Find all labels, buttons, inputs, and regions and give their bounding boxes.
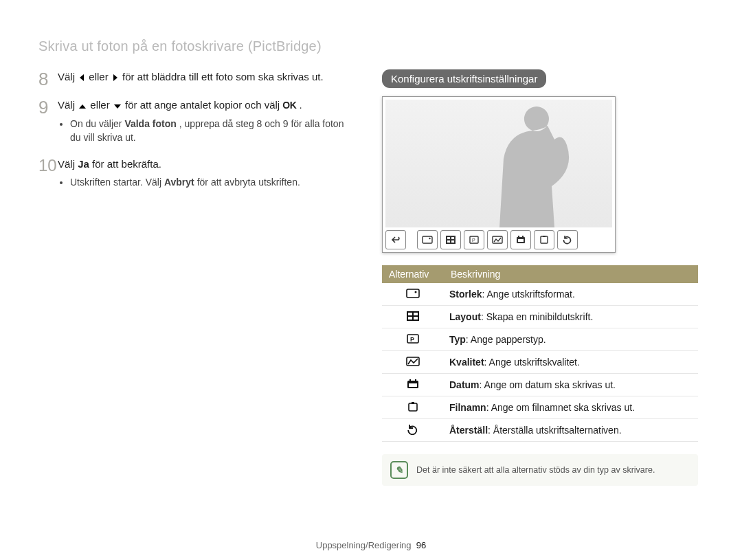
option-desc-cell: Återställ: Återställa utskriftsalternati…	[444, 419, 698, 442]
option-desc-cell: Filnamn: Ange om filnamnet ska skrivas u…	[444, 396, 698, 419]
filename-icon	[405, 401, 420, 413]
option-desc: : Ange papperstyp.	[466, 334, 546, 345]
svg-rect-13	[518, 239, 524, 242]
svg-rect-21	[408, 317, 412, 320]
svg-rect-15	[543, 236, 546, 237]
option-desc: : Återställa utskriftsalternativen.	[488, 425, 622, 436]
option-desc-cell: Layout: Skapa en minibildutskrift.	[444, 306, 698, 328]
option-desc-cell: Kvalitet: Ange utskriftskvalitet.	[444, 351, 698, 374]
toolbar-quality-button[interactable]	[487, 230, 508, 249]
column-left: 8 Välj eller för att bläddra till ett fo…	[38, 69, 355, 486]
svg-rect-16	[407, 289, 419, 298]
date-icon	[405, 378, 420, 390]
svg-point-17	[415, 291, 417, 293]
step-body: Välj eller för att bläddra till ett foto…	[58, 69, 355, 85]
svg-rect-11	[518, 236, 519, 238]
quality-icon	[405, 355, 420, 368]
toolbar-layout-button[interactable]	[440, 230, 461, 249]
text: för att ange antalet kopior och välj	[125, 99, 282, 111]
svg-rect-12	[522, 236, 524, 238]
option-desc-cell: Storlek: Ange utskriftsformat.	[444, 283, 698, 306]
option-desc: : Ange utskriftskvalitet.	[484, 357, 580, 368]
option-label: Storlek	[449, 289, 482, 300]
svg-rect-6	[451, 240, 454, 243]
svg-rect-0	[423, 236, 432, 243]
table-row: Datum: Ange om datum ska skrivas ut.	[382, 374, 698, 396]
text: Utskriften startar. Välj	[70, 177, 164, 188]
bullet-list: Utskriften startar. Välj Avbryt för att …	[70, 176, 355, 190]
preview-image	[385, 100, 612, 227]
table-row: Återställ: Återställa utskriftsalternati…	[382, 419, 698, 442]
svg-rect-5	[447, 240, 450, 243]
camera-preview: P	[382, 96, 616, 253]
step-number: 9	[38, 98, 58, 116]
svg-rect-29	[409, 383, 417, 387]
step-body: Välj eller för att ange antalet kopior o…	[58, 98, 355, 147]
option-label: Filnamn	[449, 402, 486, 413]
svg-rect-28	[415, 379, 416, 382]
step-9: 9 Välj eller för att ange antalet kopior…	[38, 98, 355, 147]
svg-rect-27	[409, 379, 411, 382]
toolbar-reset-button[interactable]	[557, 230, 578, 249]
svg-rect-22	[414, 317, 418, 320]
list-item: On du väljer Valda foton , upprepa då st…	[70, 117, 355, 144]
option-label: Återställ	[449, 425, 488, 436]
footer-section: Uppspelning/Redigering	[316, 540, 412, 550]
type-icon: P	[405, 333, 420, 345]
text: eller	[90, 99, 113, 111]
text: för att avbryta utskriften.	[197, 177, 300, 188]
toolbar-type-button[interactable]: P	[464, 230, 484, 249]
step-number: 8	[38, 69, 58, 88]
option-label: Typ	[449, 334, 466, 345]
toolbar-size-button[interactable]	[417, 230, 438, 249]
table-row: Kvalitet: Ange utskriftskvalitet.	[382, 351, 698, 374]
toolbar-date-button[interactable]	[510, 230, 531, 249]
ok-icon: OK	[282, 100, 296, 111]
option-icon-cell	[382, 374, 444, 396]
option-icon-cell: P	[382, 328, 444, 351]
layout-icon	[405, 310, 420, 322]
table-header-row: Alternativ Beskrivning	[382, 265, 698, 283]
option-desc-cell: Datum: Ange om datum ska skrivas ut.	[444, 374, 698, 396]
toolbar-filename-button[interactable]	[534, 230, 554, 249]
left-arrow-icon	[78, 71, 85, 85]
option-label: Datum	[449, 379, 480, 390]
section-heading: Konfigurera utskriftsinställningar	[382, 69, 546, 88]
size-icon	[405, 287, 420, 300]
back-button[interactable]	[385, 230, 406, 249]
text: för att bläddra till ett foto som ska sk…	[122, 71, 324, 82]
svg-rect-2	[446, 236, 456, 244]
step-10: 10 Välj Ja för att bekräfta. Utskriften …	[38, 157, 355, 192]
table-row: Filnamn: Ange om filnamnet ska skrivas u…	[382, 396, 698, 419]
option-label: Layout	[449, 311, 481, 322]
svg-rect-31	[412, 402, 414, 404]
th-option: Alternativ	[382, 265, 444, 283]
text: .	[300, 99, 302, 111]
options-table: Alternativ Beskrivning Storlek: Ange uts…	[382, 265, 698, 442]
silhouette-icon	[475, 100, 571, 227]
option-desc: : Ange utskriftsformat.	[482, 289, 574, 300]
note-box: ✎ Det är inte säkert att alla alternativ…	[382, 454, 698, 486]
option-label: Kvalitet	[449, 357, 484, 368]
option-icon-cell	[382, 419, 444, 442]
svg-text:P: P	[410, 336, 414, 343]
step-body: Välj Ja för att bekräfta. Utskriften sta…	[58, 157, 355, 192]
page: Skriva ut foton på en fotoskrivare (Pict…	[0, 0, 742, 560]
step-8: 8 Välj eller för att bläddra till ett fo…	[38, 69, 355, 88]
reset-icon	[405, 423, 420, 436]
text: Välj	[58, 158, 78, 170]
text-bold: Avbryt	[164, 177, 194, 188]
table-row: Layout: Skapa en minibildutskrift.	[382, 306, 698, 328]
text: för att bekräfta.	[92, 158, 161, 170]
text: Välj	[58, 99, 78, 111]
option-icon-cell	[382, 396, 444, 419]
down-arrow-icon	[113, 99, 122, 113]
note-text: Det är inte säkert att alla alternativ s…	[416, 465, 655, 475]
table-row: PTyp: Ange papperstyp.	[382, 328, 698, 351]
svg-rect-14	[541, 236, 548, 243]
page-number: 96	[416, 540, 426, 550]
svg-rect-30	[409, 403, 417, 411]
up-arrow-icon	[78, 99, 87, 113]
columns: 8 Välj eller för att bläddra till ett fo…	[38, 69, 704, 486]
text-bold: Valda foton	[124, 118, 176, 129]
